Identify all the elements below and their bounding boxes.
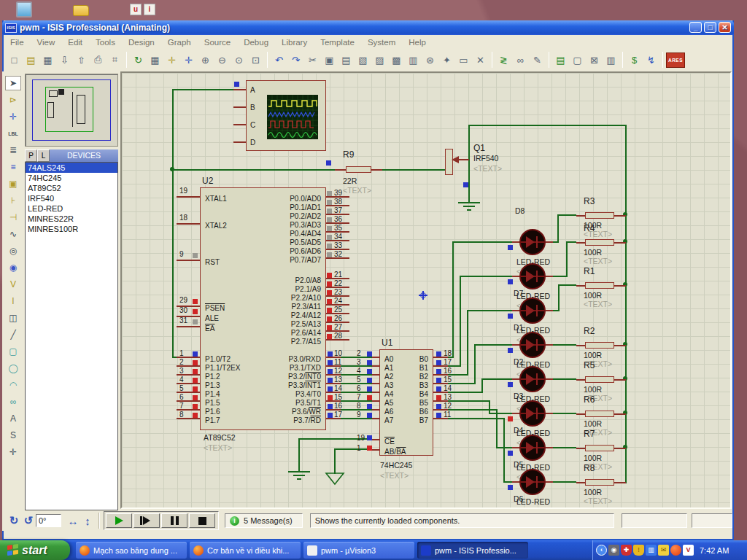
led-symbol[interactable] (519, 469, 546, 495)
tape-recorder-icon[interactable]: ◎ (5, 244, 21, 258)
zoom-area-icon[interactable]: ⊡ (247, 52, 264, 68)
resistor-body[interactable] (346, 166, 371, 173)
menu-item[interactable]: System (361, 38, 402, 47)
block-copy-icon[interactable]: ▧ (355, 52, 371, 68)
save-file-icon[interactable]: ▦ (39, 52, 56, 68)
2d-path-icon[interactable]: ∞ (5, 394, 21, 409)
terminal-mode-icon[interactable]: ⊦ (5, 193, 21, 208)
subcircuit-icon[interactable]: ▣ (5, 176, 21, 191)
yellow-shield-tray-icon[interactable]: ! (633, 545, 644, 556)
network-tray-icon[interactable]: ▥ (646, 545, 657, 556)
copy-icon[interactable]: ▣ (321, 52, 338, 68)
import-section-icon[interactable]: ⇩ (56, 52, 73, 68)
origin-icon[interactable]: ✛ (163, 52, 180, 68)
stop-button[interactable] (189, 513, 215, 528)
junction-dot-icon[interactable]: ✛ (5, 109, 21, 124)
rotate-anticlockwise-button[interactable]: ↺ (21, 513, 36, 528)
undo-icon[interactable]: ↶ (271, 52, 287, 68)
new-sheet-icon[interactable]: ▢ (569, 52, 586, 68)
menu-item[interactable]: Help (402, 38, 433, 47)
zoom-all-icon[interactable]: ⊙ (231, 52, 247, 68)
make-device-icon[interactable]: ✦ (438, 52, 455, 68)
generator-mode-icon[interactable]: ◉ (5, 260, 21, 275)
led-symbol[interactable] (519, 229, 546, 255)
led-symbol[interactable] (519, 263, 546, 289)
menu-item[interactable]: Graph (161, 38, 198, 47)
graph-mode-icon[interactable]: ∿ (5, 227, 21, 241)
voltage-probe-icon[interactable]: V (5, 277, 21, 292)
wire-autorouter-icon[interactable]: ≷ (495, 52, 512, 68)
paste-icon[interactable]: ▤ (338, 52, 355, 68)
netlist-to-ares-icon[interactable]: ARES (666, 52, 685, 68)
pan-icon[interactable]: ✛ (180, 52, 197, 68)
close-button[interactable]: ✕ (719, 22, 731, 33)
menu-item[interactable]: View (31, 38, 62, 47)
decompose-icon[interactable]: ✕ (472, 52, 489, 68)
rotation-angle-field[interactable]: 0° (36, 514, 61, 527)
menu-item[interactable]: Source (198, 38, 237, 47)
start-button[interactable]: start (0, 540, 70, 560)
led-symbol[interactable] (519, 400, 546, 427)
export-section-icon[interactable]: ⇧ (73, 52, 90, 68)
antivirus-v-tray-icon[interactable]: V (683, 545, 694, 556)
uvision-desktop-icon[interactable]: u (130, 4, 142, 15)
minimize-button[interactable]: _ (689, 22, 702, 33)
wire-label-icon[interactable]: LBL (5, 126, 21, 141)
bus-mode-icon[interactable]: ≡ (5, 160, 21, 174)
design-explorer-icon[interactable]: ▤ (552, 52, 569, 68)
device-list-item[interactable]: MINRES100R (26, 224, 117, 234)
current-probe-icon[interactable]: I (5, 294, 21, 308)
zoom-in-icon[interactable]: ⊕ (197, 52, 214, 68)
menu-item[interactable]: Library (275, 38, 314, 47)
2d-line-icon[interactable]: ╱ (5, 327, 21, 342)
device-list-item[interactable]: AT89C52 (26, 183, 117, 193)
camera-tray-icon[interactable]: ◉ (608, 545, 619, 556)
my-computer-desktop-icon[interactable] (16, 1, 32, 18)
new-file-icon[interactable]: □ (6, 52, 23, 68)
2d-circle-icon[interactable]: ◯ (5, 361, 21, 376)
maximize-button[interactable]: □ (704, 22, 716, 33)
menu-item[interactable]: Design (122, 38, 161, 47)
2d-arc-icon[interactable]: ◠ (5, 378, 21, 392)
property-assignment-icon[interactable]: ✎ (529, 52, 546, 68)
mirror-vertical-button[interactable]: ↕ (80, 513, 95, 528)
orange-circle-tray-icon[interactable] (670, 545, 681, 556)
led-symbol[interactable] (519, 298, 546, 324)
goto-sheet-icon[interactable]: ▥ (603, 52, 619, 68)
device-list-item[interactable]: 74ALS245 (26, 163, 117, 173)
selection-mode-icon[interactable]: ➤ (5, 76, 21, 90)
buffer-u1-74hc245[interactable]: U1 A0A1A2A3A4A5A6A7 B0B1B2B3B4B5B6B7 CEA… (379, 349, 433, 456)
led-symbol[interactable] (519, 366, 546, 392)
menu-item[interactable]: Edit (61, 38, 89, 47)
open-file-icon[interactable]: ▤ (23, 52, 39, 68)
mcu-u2-at89c52[interactable]: U2 XTAL1XTAL2RSTPSENALEEA P1.0/T2P1.1/T2… (200, 187, 326, 430)
component-mode-icon[interactable]: ⊳ (5, 93, 21, 107)
pause-button[interactable] (161, 513, 187, 528)
cut-icon[interactable]: ✂ (304, 52, 321, 68)
mark-output-area-icon[interactable]: ⌗ (107, 52, 123, 68)
library-manager-button[interactable]: L (37, 149, 50, 162)
pick-device-icon[interactable]: ⊛ (422, 52, 438, 68)
print-icon[interactable]: ⎙ (90, 52, 107, 68)
device-list-item[interactable]: IRF540 (26, 193, 117, 203)
device-pin-icon[interactable]: ⊣ (5, 210, 21, 225)
taskbar-task[interactable]: pwm - µVision3 (303, 542, 414, 559)
menu-item[interactable]: Debug (237, 38, 275, 47)
redo-icon[interactable]: ↷ (287, 52, 304, 68)
search-tag-icon[interactable]: ∞ (512, 52, 529, 68)
menu-item[interactable]: Tools (89, 38, 122, 47)
toggle-grid-icon[interactable]: ▦ (147, 52, 163, 68)
electrical-rules-check-icon[interactable]: ↯ (643, 52, 659, 68)
menu-item[interactable]: File (4, 38, 31, 47)
red-shield-tray-icon[interactable]: ✚ (621, 545, 632, 556)
bill-of-materials-icon[interactable]: $ (626, 52, 643, 68)
2d-text-icon[interactable]: A (5, 411, 21, 426)
isis-desktop-icon[interactable]: i (144, 4, 155, 15)
rotate-clockwise-button[interactable]: ↻ (7, 513, 21, 528)
2d-box-icon[interactable]: ▢ (5, 344, 21, 359)
message-counter[interactable]: i 5 Message(s) (225, 513, 303, 528)
taskbar-task[interactable]: Mạch sao băng dung ... (76, 542, 187, 559)
oscilloscope[interactable]: ABCD (246, 80, 326, 151)
menu-item[interactable]: Template (314, 38, 361, 47)
messenger-tray-icon[interactable]: ✉ (658, 545, 669, 556)
